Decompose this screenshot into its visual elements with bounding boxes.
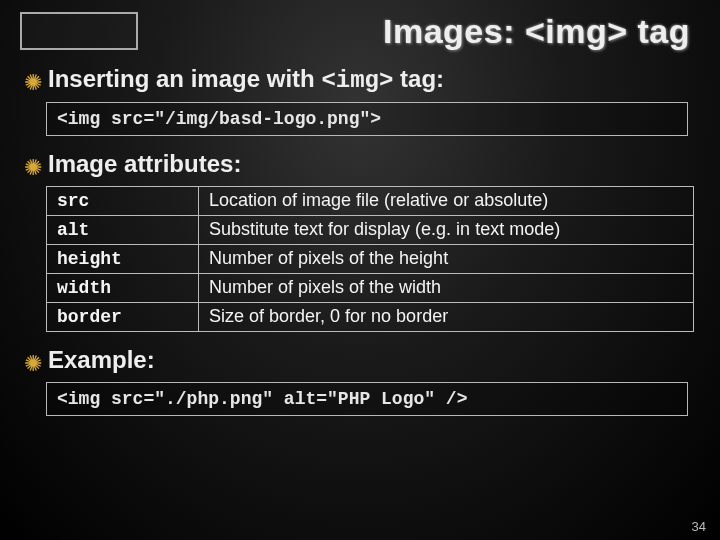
table-row: height Number of pixels of the height xyxy=(47,245,694,274)
attributes-table: src Location of image file (relative or … xyxy=(46,186,694,332)
bullet-attributes: ✺ Image attributes: xyxy=(24,150,696,178)
bullet3-text: Example: xyxy=(48,346,155,374)
table-row: alt Substitute text for display (e.g. in… xyxy=(47,216,694,245)
bullet-icon: ✺ xyxy=(24,353,42,375)
attr-name: alt xyxy=(47,216,199,245)
bullet-example: ✺ Example: xyxy=(24,346,696,374)
code-example-1: <img src="/img/basd-logo.png"> xyxy=(46,102,688,136)
bullet-text: Inserting an image with <img> tag: xyxy=(48,65,444,94)
attr-name: height xyxy=(47,245,199,274)
attr-desc: Number of pixels of the width xyxy=(199,274,694,303)
attr-name: border xyxy=(47,303,199,332)
page-number: 34 xyxy=(692,519,706,534)
attr-desc: Size of border, 0 for no border xyxy=(199,303,694,332)
attr-name: src xyxy=(47,187,199,216)
attr-name: width xyxy=(47,274,199,303)
attr-desc: Location of image file (relative or abso… xyxy=(199,187,694,216)
bullet1-code: <img> xyxy=(321,67,393,94)
decorative-box xyxy=(20,12,138,50)
code-example-2: <img src="./php.png" alt="PHP Logo" /> xyxy=(46,382,688,416)
bullet-icon: ✺ xyxy=(24,157,42,179)
table-row: width Number of pixels of the width xyxy=(47,274,694,303)
attr-desc: Number of pixels of the height xyxy=(199,245,694,274)
attr-desc: Substitute text for display (e.g. in tex… xyxy=(199,216,694,245)
bullet1-prefix: Inserting an image with xyxy=(48,65,321,92)
bullet1-suffix: tag: xyxy=(393,65,444,92)
table-row: border Size of border, 0 for no border xyxy=(47,303,694,332)
bullet-icon: ✺ xyxy=(24,72,42,94)
table-row: src Location of image file (relative or … xyxy=(47,187,694,216)
bullet2-text: Image attributes: xyxy=(48,150,241,178)
bullet-inserting: ✺ Inserting an image with <img> tag: xyxy=(24,65,696,94)
